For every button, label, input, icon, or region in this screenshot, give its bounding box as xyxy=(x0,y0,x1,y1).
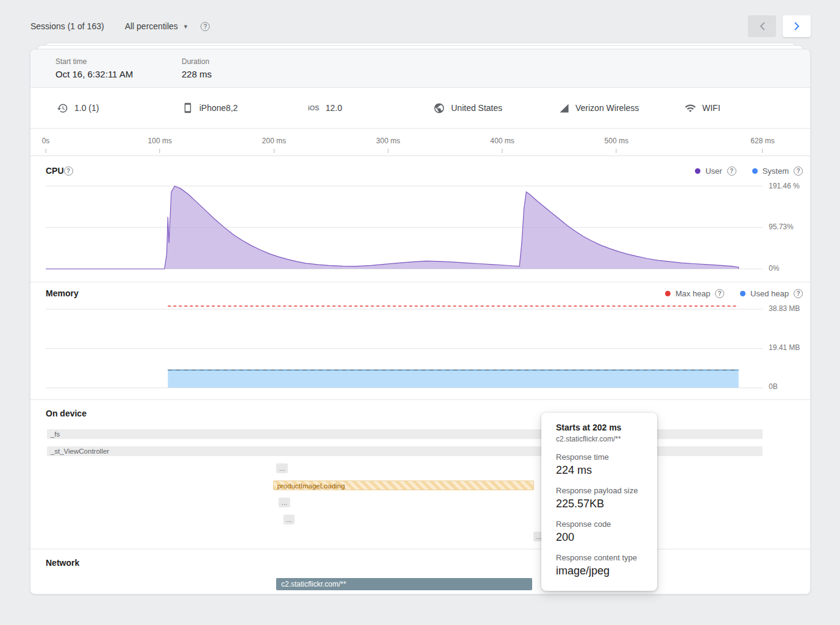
help-icon[interactable]: ? xyxy=(201,22,210,31)
memory-chart[interactable] xyxy=(46,299,763,389)
globe-icon xyxy=(433,102,445,114)
tooltip-field-value: 200 xyxy=(556,531,642,544)
help-icon[interactable]: ? xyxy=(715,289,724,298)
collapsed-span[interactable]: ... xyxy=(283,515,295,524)
product-image-loading-span[interactable]: productImageLoading xyxy=(273,480,535,490)
help-icon[interactable]: ? xyxy=(794,289,803,298)
timeline-tick: 0s xyxy=(42,137,50,153)
timeline-track: 0s 100 ms 200 ms 300 ms 400 ms 500 ms 62… xyxy=(46,129,763,155)
memory-section: Memory Max heap ? Used heap ? 38.83 MB 1… xyxy=(30,282,810,400)
legend-dot xyxy=(665,291,671,296)
legend-label: Max heap xyxy=(675,289,710,298)
network-section-head: Network xyxy=(30,549,810,568)
meta-item-radio: WIFI xyxy=(685,102,810,114)
memory-y-axis-label: 38.83 MB xyxy=(769,304,803,314)
tooltip-field-label: Response time xyxy=(556,452,642,462)
on-device-section-head: On device xyxy=(30,400,810,418)
device-label: iPhone8,2 xyxy=(199,103,238,113)
start-time-label: Start time xyxy=(55,57,182,66)
timeline-tick: 628 ms xyxy=(750,137,774,153)
cpu-chart[interactable] xyxy=(46,183,763,270)
meta-item-carrier: Verizon Wireless xyxy=(559,103,685,113)
app-version-icon xyxy=(57,102,68,114)
cpu-y-axis-label: 95.73% xyxy=(769,223,803,232)
tooltip-field-value: 225.57KB xyxy=(556,498,642,510)
timeline-tick: 100 ms xyxy=(148,137,172,153)
caret-down-icon: ▾ xyxy=(184,23,188,30)
legend-item-max-heap: Max heap ? xyxy=(665,289,724,298)
chevron-right-icon xyxy=(794,22,800,30)
percentiles-dropdown[interactable]: All percentiles ▾ xyxy=(125,21,188,31)
trace-bar-label: _fs xyxy=(51,430,60,438)
tooltip-field-value: image/jpeg xyxy=(556,565,642,577)
chevron-left-icon xyxy=(760,22,765,30)
on-device-section: On device _fs _st_ViewController ... pro… xyxy=(30,400,810,549)
memory-y-axis-label: 19.41 MB xyxy=(769,343,803,353)
duration-value: 228 ms xyxy=(182,69,308,79)
collapsed-span-label: ... xyxy=(286,516,292,523)
tooltip-field-label: Response payload size xyxy=(556,486,642,495)
meta-item-app-version: 1.0 (1) xyxy=(57,102,182,114)
session-header: Start time Oct 16, 6:32:11 AM Duration 2… xyxy=(30,49,810,88)
topbar: Sessions (1 of 163) All percentiles ▾ ? xyxy=(30,14,811,38)
cpu-section-head: CPU ? User ? System ? xyxy=(30,156,810,176)
legend-item-system: System ? xyxy=(752,166,803,176)
meta-item-os: iOS 12.0 xyxy=(308,103,433,113)
country-label: United States xyxy=(451,103,502,113)
cpu-legend: User ? System ? xyxy=(695,166,803,176)
memory-chart-area: 38.83 MB 19.41 MB 0B xyxy=(46,299,763,389)
carrier-label: Verizon Wireless xyxy=(575,103,639,113)
legend-dot xyxy=(695,168,700,174)
timeline-tick: 400 ms xyxy=(490,137,514,153)
memory-title: Memory xyxy=(46,288,79,298)
tooltip-field-label: Response code xyxy=(556,520,642,529)
duration-field: Duration 228 ms xyxy=(182,57,308,87)
os-version-label: 12.0 xyxy=(326,103,342,113)
cpu-y-axis-label: 0% xyxy=(769,264,803,274)
network-request-bar[interactable]: c2.staticflickr.com/** xyxy=(276,578,532,590)
memory-legend: Max heap ? Used heap ? xyxy=(665,289,803,298)
request-tooltip: Starts at 202 ms c2.staticflickr.com/** … xyxy=(541,413,657,591)
next-session-button[interactable] xyxy=(783,15,811,37)
tooltip-field-value: 224 ms xyxy=(556,464,642,477)
device-icon xyxy=(182,102,193,113)
legend-label: User xyxy=(705,166,722,176)
trace-bar-label: productImageLoading xyxy=(277,482,345,490)
memory-section-head: Memory Max heap ? Used heap ? xyxy=(30,282,810,298)
session-card: Start time Oct 16, 6:32:11 AM Duration 2… xyxy=(30,49,811,595)
cpu-chart-area: 191.46 % 95.73% 0% xyxy=(46,183,763,270)
memory-y-axis-label: 0B xyxy=(769,382,803,392)
percentiles-dropdown-label: All percentiles xyxy=(125,21,178,31)
os-icon: iOS xyxy=(308,104,319,112)
legend-label: System xyxy=(763,166,789,176)
start-time-value: Oct 16, 6:32:11 AM xyxy=(55,69,182,79)
collapsed-span[interactable]: ... xyxy=(276,463,288,473)
timeline-ruler: 0s 100 ms 200 ms 300 ms 400 ms 500 ms 62… xyxy=(30,129,810,156)
cpu-section: CPU ? User ? System ? 191.46 % 95.73% 0% xyxy=(30,156,810,282)
tooltip-url: c2.staticflickr.com/** xyxy=(556,435,642,443)
tooltip-field-label: Response content type xyxy=(556,553,642,562)
app-version-label: 1.0 (1) xyxy=(74,103,99,113)
cpu-y-axis-label: 191.46 % xyxy=(769,182,803,191)
on-device-title: On device xyxy=(46,409,87,418)
network-section: Network c2.staticflickr.com/** xyxy=(30,549,810,595)
collapsed-span[interactable]: ... xyxy=(279,498,290,507)
sessions-count-label: Sessions (1 of 163) xyxy=(30,21,104,31)
network-request-label: c2.staticflickr.com/** xyxy=(281,580,346,588)
help-icon[interactable]: ? xyxy=(727,166,736,176)
timeline-tick: 200 ms xyxy=(262,137,286,153)
legend-label: Used heap xyxy=(750,289,789,298)
help-icon[interactable]: ? xyxy=(64,166,73,176)
legend-dot xyxy=(740,291,746,296)
help-icon[interactable]: ? xyxy=(794,166,803,176)
meta-item-device: iPhone8,2 xyxy=(182,102,308,113)
prev-session-button[interactable] xyxy=(748,15,776,37)
collapsed-span-label: ... xyxy=(279,465,285,472)
radio-label: WIFI xyxy=(702,103,721,113)
meta-item-country: United States xyxy=(433,102,559,114)
tooltip-title: Starts at 202 ms xyxy=(556,423,642,432)
trace-bar-label: _st_ViewController xyxy=(51,448,109,455)
duration-label: Duration xyxy=(182,57,308,66)
session-nav xyxy=(748,15,811,37)
timeline-tick: 300 ms xyxy=(376,137,400,153)
